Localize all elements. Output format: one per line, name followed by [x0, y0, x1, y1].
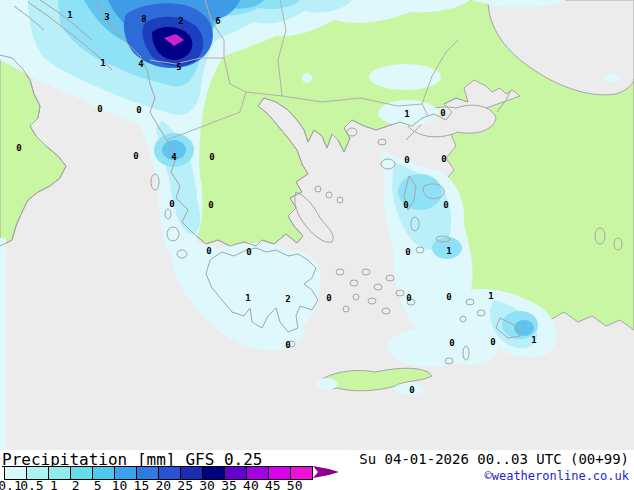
precip-value-label: 2	[285, 294, 290, 304]
precip-value-label: 0	[443, 200, 448, 210]
precipitation-map[interactable]: 1382614500004010000000000112000100010	[0, 0, 634, 450]
legend-tick-label: 45	[265, 478, 281, 490]
precip-value-label: 0	[490, 337, 495, 347]
precip-value-label: 0	[406, 293, 411, 303]
precip-value-label: 1	[446, 246, 451, 256]
precip-value-label: 0	[136, 105, 141, 115]
precip-value-label: 4	[171, 152, 177, 162]
precip-value-label: 0	[326, 293, 331, 303]
precip-value-label: 0	[208, 200, 213, 210]
precip-value-label: 2	[178, 16, 183, 26]
precip-value-label: 8	[141, 14, 146, 24]
forecast-datetime: Su 04-01-2026 00..03 UTC (00+99)	[359, 451, 629, 467]
precip-value-label: 4	[138, 59, 144, 69]
legend-tick-label: 40	[243, 478, 259, 490]
legend-tick-label: 15	[134, 478, 150, 490]
precip-value-label: 1	[245, 293, 250, 303]
legend-tick-label: 5	[94, 478, 102, 490]
legend-tick-label: 25	[177, 478, 193, 490]
legend-footer: Precipitation [mm]GFS 0.25 0.10.51251015…	[0, 450, 634, 490]
precip-value-label: 0	[404, 155, 409, 165]
precip-value-label: 1	[531, 335, 536, 345]
legend-tick-label: 20	[155, 478, 171, 490]
precip-value-label: 0	[246, 247, 251, 257]
precip-value-label: 5	[176, 62, 181, 72]
precip-value-label: 0	[446, 292, 451, 302]
precip-value-label: 0	[133, 151, 138, 161]
precip-value-label: 0	[403, 200, 408, 210]
legend-arrow-icon	[313, 466, 339, 478]
precip-value-label: 0	[409, 385, 414, 395]
legend-tick-label: 0.5	[20, 478, 43, 490]
precip-value-label: 0	[209, 152, 214, 162]
precip-value-label: 1	[100, 58, 105, 68]
precip-value-label: 3	[104, 12, 109, 22]
precip-value-label: 0	[97, 104, 102, 114]
legend-tick-label: 1	[50, 478, 58, 490]
legend-tick-label: 50	[287, 478, 303, 490]
legend-tick-label: 10	[112, 478, 128, 490]
legend-tick-label: 2	[72, 478, 80, 490]
legend-ticks: 0.10.5125101520253035404550	[0, 478, 340, 490]
legend-tick-label: 35	[221, 478, 237, 490]
precip-value-label: 0	[206, 246, 211, 256]
precip-value-label: 0	[405, 247, 410, 257]
precip-value-label: 0	[285, 340, 290, 350]
weather-map-screenshot: 1382614500004010000000000112000100010 Pr…	[0, 0, 634, 490]
legend-tick-label: 0.1	[0, 478, 22, 490]
precip-value-label: 0	[441, 154, 446, 164]
copyright-link[interactable]: ©weatheronline.co.uk	[485, 469, 630, 483]
legend-tick-label: 30	[199, 478, 215, 490]
precip-value-label: 1	[404, 109, 409, 119]
precip-value-label: 6	[215, 16, 220, 26]
precip-value-label: 1	[488, 291, 493, 301]
precip-value-label: 0	[169, 199, 174, 209]
precip-value-label: 0	[16, 143, 21, 153]
precip-value-label: 0	[449, 338, 454, 348]
precip-value-label: 0	[440, 108, 445, 118]
precip-value-label: 1	[67, 10, 72, 20]
